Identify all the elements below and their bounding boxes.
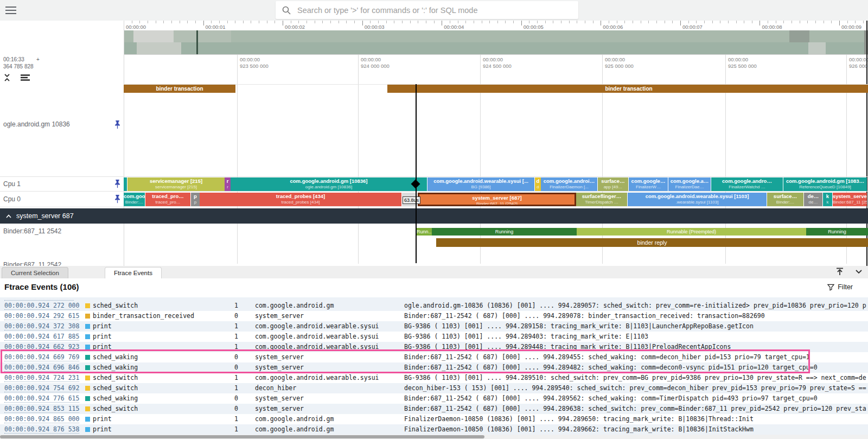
event-process: com.google.android.wearable.sysui: [255, 373, 400, 383]
track-label-binder-thread[interactable]: Binder:687_11 2542: [3, 227, 61, 235]
cpu-slice[interactable]: traced_probes [434]traced_probes [434]: [200, 193, 401, 206]
tab-ftrace-events[interactable]: Ftrace Events: [105, 267, 162, 279]
event-process: com.google.android.gm: [255, 414, 400, 424]
table-row[interactable]: 00:00:00.924 696 846sched_waking0system_…: [0, 362, 868, 373]
table-row[interactable]: 00:00:00.924 669 769sched_waking0system_…: [0, 352, 868, 362]
event-process: com.google.android.gm: [255, 301, 400, 311]
event-cpu: 1: [234, 414, 245, 424]
cpu-slice[interactable]: com.google.androi…FinalizerDaemon [...: [541, 177, 597, 191]
collapse-panel-chevron-icon[interactable]: [855, 269, 863, 274]
timestamp-link[interactable]: 00:00:00.924 876 538: [4, 424, 81, 435]
cpu-slice[interactable]: com.goo…Binder:…: [124, 193, 145, 206]
table-row[interactable]: 00:00:00.924 617 885print1com.google.and…: [0, 332, 868, 342]
event-cpu: 1: [234, 321, 245, 332]
table-row[interactable]: 00:00:00.924 776 615sched_waking0system_…: [0, 393, 868, 404]
event-cpu: 1: [234, 424, 245, 435]
timestamp-link[interactable]: 00:00:00.924 865 000: [4, 414, 81, 424]
event-type-chip: [85, 376, 90, 380]
cpu-slice[interactable]: com.google.android.gm [10836]ogle.androi…: [231, 177, 427, 191]
cpu-slice[interactable]: traced_pro…traced_pro…: [145, 193, 190, 206]
chevron-up-icon: [5, 214, 12, 219]
thread-state-slice[interactable]: Running: [432, 228, 577, 236]
thread-state-slice[interactable]: Runn…: [417, 228, 432, 236]
event-args: decon_hiber-153 ( 153) [001] .... 994.28…: [404, 383, 868, 393]
event-process: system_server: [255, 352, 400, 362]
event-name: sched_waking: [93, 362, 231, 373]
expand-panel-icon[interactable]: [835, 268, 844, 276]
cpu-slice[interactable]: de…de…: [804, 193, 822, 206]
table-row[interactable]: 00:00:00.924 853 115sched_switch0system_…: [0, 404, 868, 414]
cpu-slice[interactable]: com.google.android.gm [1083…ReferenceQue…: [783, 177, 867, 191]
event-args: FinalizerDaemon-10850 (10836) [001] ....…: [404, 424, 868, 435]
event-cpu: 0: [234, 352, 245, 362]
horizontal-scrollbar[interactable]: [0, 435, 868, 439]
cpu-slice[interactable]: com.google.a…FinalizerDae…: [668, 177, 711, 191]
cpu-slice[interactable]: dd: [535, 177, 541, 191]
timestamp-link[interactable]: 00:00:00.924 853 115: [4, 404, 81, 414]
cpu-slice[interactable]: servicemanager [215]servicemanager [215]: [127, 177, 225, 191]
scrollbar-thumb[interactable]: [0, 435, 484, 438]
event-type-chip: [85, 345, 90, 349]
cpu-slice[interactable]: com.google.andro…FinalizerWatchd …: [711, 177, 783, 191]
filter-button[interactable]: Filter: [827, 283, 853, 291]
binder-reply-slice[interactable]: binder reply: [436, 238, 868, 247]
binder-transaction-slice[interactable]: binder transaction: [387, 85, 868, 93]
cpu-slice[interactable]: pp: [191, 193, 200, 206]
event-name: sched_switch: [93, 373, 231, 383]
track-label-partial: Binder:687_11 2542: [3, 261, 61, 266]
table-row[interactable]: 00:00:00.924 865 000print1com.google.and…: [0, 414, 868, 424]
cpu-slice[interactable]: com.google.android.wearable.sysui [...BG…: [427, 177, 534, 191]
event-name: print: [93, 414, 231, 424]
table-row[interactable]: 00:00:00.924 754 692sched_switch1decon_h…: [0, 383, 868, 393]
table-row[interactable]: 00:00:00.924 876 538print1com.google.and…: [0, 424, 868, 435]
cpu-slice[interactable]: surface…Binder:…: [767, 193, 803, 206]
tab-current-selection[interactable]: Current Selection: [2, 267, 68, 279]
cpu-slice[interactable]: com.google…FinalizerW…: [629, 177, 668, 191]
cpu-slice[interactable]: system_server [687]Binder:687_11 [254…: [833, 193, 867, 206]
timestamp-link[interactable]: 00:00:00.924 724 231: [4, 373, 81, 383]
table-row[interactable]: 00:00:00.924 272 000sched_switch1com.goo…: [0, 301, 868, 311]
timestamp-link[interactable]: 00:00:00.924 272 000: [4, 301, 81, 311]
table-row[interactable]: 00:00:00.924 724 231sched_switch1com.goo…: [0, 373, 868, 383]
event-cpu: 1: [234, 373, 245, 383]
cpu-slice[interactable]: rr: [225, 177, 231, 191]
cpu-slice[interactable]: kk: [823, 193, 832, 206]
timestamp-link[interactable]: 00:00:00.924 754 692: [4, 383, 81, 393]
timestamp-link[interactable]: 00:00:00.924 696 846: [4, 362, 81, 373]
event-name: sched_waking: [93, 352, 231, 362]
event-type-chip: [85, 355, 90, 360]
event-type-chip: [85, 386, 90, 391]
event-type-chip: [85, 314, 90, 319]
thread-state-slice[interactable]: Runnable (Preempted): [577, 228, 806, 236]
ftrace-panel-header: Ftrace Events (106) Filter: [0, 278, 868, 296]
cpu-slice[interactable]: com.google.android.wearable.sysui [1103]…: [628, 193, 767, 206]
cpu-slice[interactable]: surfaceflinger…TimerDispatch …: [576, 193, 627, 206]
cpu-slice[interactable]: [124, 177, 127, 191]
timestamp-link[interactable]: 00:00:00.924 372 308: [4, 321, 81, 332]
event-name: binder_transaction_received: [93, 311, 231, 321]
event-cpu: 0: [234, 362, 245, 373]
detail-tab-bar: Current Selection Ftrace Events: [0, 266, 868, 279]
table-row[interactable]: 00:00:00.924 292 615binder_transaction_r…: [0, 311, 868, 321]
table-row[interactable]: 00:00:00.924 662 923print1com.google.and…: [0, 342, 868, 352]
event-cpu: 0: [234, 393, 245, 404]
cpu-slice[interactable]: surface…app [49…: [598, 177, 628, 191]
panel-title: Ftrace Events (106): [4, 282, 79, 291]
timestamp-link[interactable]: 00:00:00.924 669 769: [4, 352, 81, 362]
event-cpu: 1: [234, 332, 245, 342]
event-cpu: 1: [234, 301, 245, 311]
timestamp-link[interactable]: 00:00:00.924 776 615: [4, 393, 81, 404]
table-row[interactable]: 00:00:00.924 372 308print1com.google.and…: [0, 321, 868, 332]
thread-state-slice[interactable]: Running: [806, 228, 868, 236]
timestamp-link[interactable]: 00:00:00.924 292 615: [4, 311, 81, 321]
event-args: FinalizerDaemon-10850 (10836) [001] ....…: [404, 414, 868, 424]
slices-layer: binder transactionbinder transactionserv…: [0, 0, 868, 263]
timestamp-link[interactable]: 00:00:00.924 662 923: [4, 342, 81, 352]
timestamp-link[interactable]: 00:00:00.924 617 885: [4, 332, 81, 342]
binder-transaction-slice[interactable]: binder transaction: [124, 85, 235, 93]
cpu-slice[interactable]: system_server [687]Binder:687_11 [2542]: [418, 193, 576, 206]
event-name: print: [93, 332, 231, 342]
event-name: sched_switch: [93, 301, 231, 311]
process-group-header[interactable]: system_server 687: [0, 208, 868, 224]
event-process: com.google.android.gm: [255, 424, 400, 435]
